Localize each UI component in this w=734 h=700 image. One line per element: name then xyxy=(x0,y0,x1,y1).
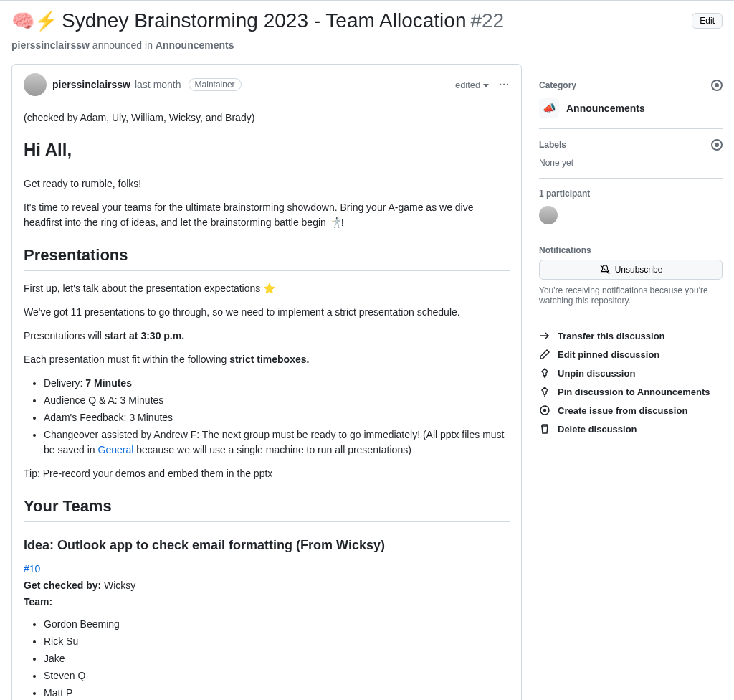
participant-avatar[interactable] xyxy=(539,206,558,224)
comment-body: (checked by Adam, Uly, William, Wicksy, … xyxy=(12,99,521,700)
idea1-link[interactable]: #10 xyxy=(24,563,40,574)
meta-line: pierssinclairssw announced in Announceme… xyxy=(11,39,723,51)
action-edit-pinned[interactable]: Edit pinned discussion xyxy=(539,345,723,364)
unsubscribe-button[interactable]: Unsubscribe xyxy=(539,260,723,280)
heading-your-teams: Your Teams xyxy=(24,497,510,522)
edited-indicator[interactable]: edited xyxy=(455,80,489,90)
action-unpin[interactable]: Unpin discussion xyxy=(539,364,723,382)
sidebar-labels-label: Labels xyxy=(539,140,566,150)
edit-button[interactable]: Edit xyxy=(692,13,723,29)
comment-time: last month xyxy=(135,79,181,90)
maintainer-badge: Maintainer xyxy=(189,78,242,91)
discussion-title: 🧠⚡ Sydney Brainstorming 2023 - Team Allo… xyxy=(11,9,504,32)
sidebar-category-label: Category xyxy=(539,80,576,90)
action-transfer[interactable]: Transfer this discussion xyxy=(539,326,723,345)
action-create-issue[interactable]: Create issue from discussion xyxy=(539,401,723,420)
title-number: #22 xyxy=(470,9,504,32)
participants-label: 1 participant xyxy=(539,189,590,199)
more-menu-icon[interactable]: ··· xyxy=(499,79,510,90)
title-emoji: 🧠⚡ xyxy=(11,10,57,32)
trash-icon xyxy=(539,423,550,435)
avatar[interactable] xyxy=(24,73,47,96)
notif-desc: You're receiving notifications because y… xyxy=(539,285,723,306)
issue-icon xyxy=(539,405,550,416)
meta-category[interactable]: Announcements xyxy=(156,39,234,51)
svg-point-1 xyxy=(544,410,546,412)
general-link[interactable]: General xyxy=(98,444,134,455)
heading-presentations: Presentations xyxy=(24,246,510,271)
bell-slash-icon xyxy=(599,264,611,275)
pencil-icon xyxy=(539,349,550,360)
action-delete[interactable]: Delete discussion xyxy=(539,420,723,438)
idea1-heading: Idea: Outlook app to check email formatt… xyxy=(24,538,510,553)
arrow-right-icon xyxy=(539,330,550,341)
pin-icon xyxy=(539,386,550,397)
meta-author[interactable]: pierssinclairssw xyxy=(11,39,90,51)
megaphone-icon: 📣 xyxy=(539,98,559,118)
idea1-team-list: Gordon Beeming Rick Su Jake Steven Q Mat… xyxy=(24,617,510,700)
labels-value: None yet xyxy=(539,158,723,168)
heading-hi: Hi All, xyxy=(24,140,510,166)
comment-author[interactable]: pierssinclairssw xyxy=(52,79,130,90)
chevron-down-icon xyxy=(483,84,489,88)
gear-icon[interactable] xyxy=(711,80,723,91)
title-text: Sydney Brainstorming 2023 - Team Allocat… xyxy=(62,9,466,32)
category-row[interactable]: 📣 Announcements xyxy=(539,98,723,118)
timebox-list: Delivery: 7 Minutes Audience Q & A: 3 Mi… xyxy=(24,376,510,458)
notifications-label: Notifications xyxy=(539,245,591,255)
comment-box: pierssinclairssw last month Maintainer e… xyxy=(11,64,522,700)
gear-icon[interactable] xyxy=(711,139,723,151)
pin-icon xyxy=(539,367,550,379)
action-pin-to[interactable]: Pin discussion to Announcements xyxy=(539,382,723,401)
